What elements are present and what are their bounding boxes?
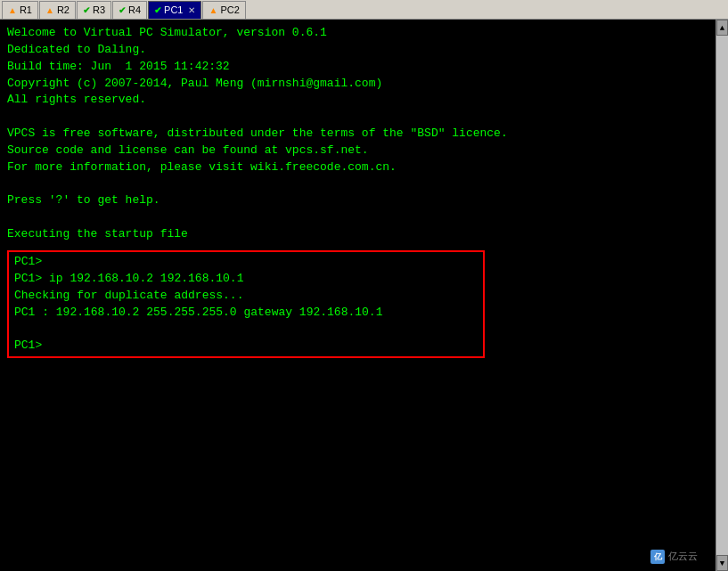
intro-line-10 bbox=[7, 176, 708, 193]
tab-label-pc1: PC1 bbox=[164, 4, 183, 15]
intro-line-7: VPCS is free software, distributed under… bbox=[7, 126, 708, 143]
intro-line-13: Executing the startup file bbox=[7, 226, 708, 243]
scroll-down-arrow[interactable]: ▼ bbox=[716, 555, 728, 571]
tab-icon-r4: ✔ bbox=[119, 5, 126, 15]
highlight-line-5 bbox=[14, 321, 478, 338]
tab-icon-r3: ✔ bbox=[83, 5, 90, 15]
watermark-logo: 亿 bbox=[650, 550, 665, 564]
intro-line-3: Build time: Jun 1 2015 11:42:32 bbox=[7, 59, 708, 76]
intro-line-5: All rights reserved. bbox=[7, 92, 708, 109]
tab-label-r4: R4 bbox=[128, 4, 141, 15]
highlight-box: PC1> PC1> ip 192.168.10.2 192.168.10.1 C… bbox=[7, 250, 485, 358]
tab-icon-r1: ▲ bbox=[8, 5, 17, 15]
scrollbar[interactable]: ▲ ▼ bbox=[716, 20, 728, 571]
tab-label-pc2: PC2 bbox=[220, 4, 239, 15]
intro-line-1: Welcome to Virtual PC Simulator, version… bbox=[7, 25, 708, 42]
tab-r1[interactable]: ▲ R1 bbox=[2, 1, 38, 19]
intro-line-2: Dedicated to Daling. bbox=[7, 42, 708, 59]
watermark-text: 亿云云 bbox=[668, 550, 698, 564]
highlight-line-2: PC1> ip 192.168.10.2 192.168.10.1 bbox=[14, 271, 478, 288]
tab-icon-pc1: ✔ bbox=[154, 5, 161, 15]
tab-pc2[interactable]: ▲ PC2 bbox=[202, 1, 245, 19]
terminal-area[interactable]: Welcome to Virtual PC Simulator, version… bbox=[0, 20, 716, 571]
intro-line-12 bbox=[7, 209, 708, 226]
scroll-up-arrow[interactable]: ▲ bbox=[716, 20, 728, 36]
tab-bar: ▲ R1 ▲ R2 ✔ R3 ✔ R4 ✔ PC1 ✕ ▲ PC2 bbox=[0, 0, 728, 20]
tab-pc1[interactable]: ✔ PC1 ✕ bbox=[148, 1, 201, 19]
tab-close-pc1[interactable]: ✕ bbox=[188, 5, 195, 15]
tab-icon-pc2: ▲ bbox=[209, 5, 217, 15]
highlight-line-4: PC1 : 192.168.10.2 255.255.255.0 gateway… bbox=[14, 305, 478, 322]
tab-label-r3: R3 bbox=[93, 4, 105, 15]
intro-line-4: Copyright (c) 2007-2014, Paul Meng (mirn… bbox=[7, 76, 708, 93]
intro-line-8: Source code and license can be found at … bbox=[7, 143, 708, 159]
tab-r4[interactable]: ✔ R4 bbox=[112, 1, 147, 19]
tab-label-r1: R1 bbox=[20, 4, 32, 15]
intro-line-9: For more information, please visit wiki.… bbox=[7, 159, 708, 176]
tab-r2[interactable]: ▲ R2 bbox=[39, 1, 76, 19]
terminal-highlighted-block: PC1> PC1> ip 192.168.10.2 192.168.10.1 C… bbox=[7, 250, 708, 358]
tab-r3[interactable]: ✔ R3 bbox=[77, 1, 111, 19]
watermark: 亿 亿云云 bbox=[650, 550, 698, 564]
intro-line-11: Press '?' to get help. bbox=[7, 192, 708, 209]
terminal-intro: Welcome to Virtual PC Simulator, version… bbox=[7, 25, 708, 243]
intro-line-6 bbox=[7, 109, 708, 126]
tab-icon-r2: ▲ bbox=[45, 5, 54, 15]
highlight-line-3: Checking for duplicate address... bbox=[14, 288, 478, 305]
highlight-line-6: PC1> bbox=[14, 338, 478, 355]
tab-label-r2: R2 bbox=[57, 4, 70, 15]
highlight-line-1: PC1> bbox=[14, 254, 478, 271]
